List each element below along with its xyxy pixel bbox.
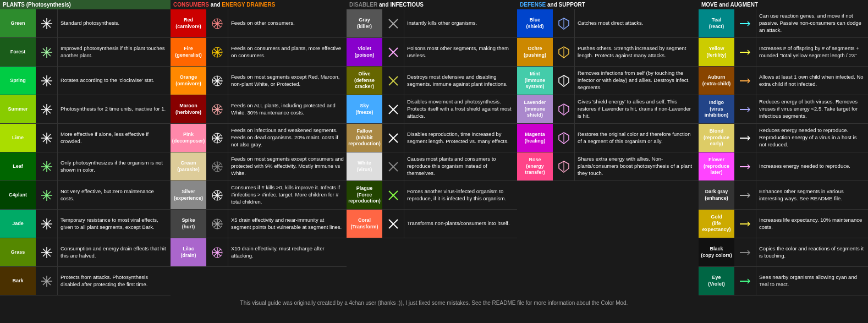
- icon-cell: [734, 238, 756, 266]
- color-name: Pink: [183, 132, 194, 138]
- color-cell: Lime: [0, 124, 36, 152]
- plants-rows: Green Standard photosynthesis.Forest Imp…: [0, 9, 171, 295]
- color-name: (fertility): [707, 52, 727, 59]
- desc-cell: Temporary resistance to most viral effec…: [58, 210, 171, 238]
- color-name: Jade: [12, 221, 24, 227]
- color-cell: Lavender(immune shield): [517, 95, 553, 123]
- consumers-rows: Red(carnivore) Feeds on other consumers.…: [171, 9, 347, 267]
- disabler-rows: Gray(killer) Instantly kills other organ…: [347, 9, 517, 238]
- consumers-header: CONSUMERS and ENERGY DRAINERS: [171, 0, 347, 9]
- color-name: Orange: [180, 74, 197, 81]
- row-item: Teal(react) Can use reaction genes, and …: [699, 9, 868, 38]
- color-name: (Transform): [350, 224, 378, 231]
- color-cell: Cream(parasite): [171, 152, 206, 180]
- icon-cell: [553, 67, 575, 95]
- color-cell: Flower(reproduce later): [699, 152, 734, 180]
- row-item: Magenta(healing) Restores the original c…: [517, 124, 699, 152]
- color-name: Flower: [708, 157, 724, 163]
- color-cell: Sky(freeze): [347, 95, 382, 123]
- color-cell: C4plant: [0, 181, 36, 209]
- row-item: Orange(omnivore) Feeds on most segments …: [171, 67, 347, 95]
- color-name: Dark gray: [705, 189, 728, 195]
- row-item: Rose(energy transfer) Shares extra energ…: [517, 152, 699, 181]
- icon-cell: [553, 124, 575, 152]
- color-name: Blue: [530, 17, 541, 24]
- desc-cell: Protects from attacks. Photosynthesis di…: [58, 267, 171, 295]
- icon-cell: [553, 95, 575, 123]
- icon-cell: [553, 38, 575, 66]
- desc-cell: Feeds on most segments except consumers …: [228, 152, 347, 180]
- row-item: Plague(Force reproduction) Forces anothe…: [347, 181, 517, 210]
- color-cell: Fallow(Inhibit reproduction): [347, 124, 382, 152]
- row-item: Yellow(fertility) Increases # of offspri…: [699, 38, 868, 67]
- color-name: Grass: [11, 249, 25, 256]
- disabler-header-and: and: [379, 2, 391, 8]
- desc-cell: Only photosynthesizes if the organism is…: [58, 152, 171, 180]
- color-name: Lime: [12, 135, 24, 141]
- color-name: (healing): [525, 138, 546, 145]
- desc-cell: Disables movement and photosynthesis. Pr…: [404, 95, 517, 123]
- row-item: Gray(killer) Instantly kills other organ…: [347, 9, 517, 38]
- color-cell: Indigo(virus inhibition): [699, 95, 734, 123]
- color-cell: Yellow(fertility): [699, 38, 734, 66]
- consumers-header-red: CONSUMERS: [173, 2, 209, 8]
- color-cell: Grass: [0, 238, 36, 266]
- icon-cell: [206, 238, 228, 266]
- color-name: Magenta: [525, 132, 545, 138]
- row-item: Fire(generalist) Feeds on consumers and …: [171, 38, 347, 67]
- row-item: Maroon(herbivore) Feeds on ALL plants, i…: [171, 95, 347, 124]
- row-item: Forest Improved photosynthesis if this p…: [0, 38, 171, 67]
- icon-cell: [382, 124, 404, 152]
- color-name: Mint: [530, 71, 540, 78]
- defense-header: DEFENSE and SUPPORT: [517, 0, 699, 9]
- color-name: (defense cracker): [348, 78, 381, 90]
- icon-cell: [36, 267, 58, 295]
- desc-cell: Shares extra energy with allies. Non-pla…: [575, 152, 699, 180]
- color-name: (immune shield): [519, 106, 551, 119]
- desc-cell: Consumes if # kills >0, kills improve it…: [228, 181, 347, 209]
- color-name: Cream: [180, 160, 196, 167]
- row-item: Silver(experience) Consumes if # kills >…: [171, 181, 347, 210]
- color-name: (reproduce later): [700, 163, 733, 176]
- icon-cell: [553, 9, 575, 37]
- color-name: Gold: [711, 214, 722, 221]
- color-name: Ochre: [528, 46, 542, 52]
- row-item: Coral(Transform) Transforms non-plants/c…: [347, 210, 517, 238]
- row-item: Spring Rotates according to the 'clockwi…: [0, 67, 171, 95]
- row-item: Blue(shield) Catches most direct attacks…: [517, 9, 699, 38]
- color-name: Spring: [10, 78, 26, 84]
- color-name: (carnivore): [175, 24, 201, 30]
- row-item: Flower(reproduce later) Increases energy…: [699, 152, 868, 181]
- icon-cell: [382, 9, 404, 37]
- color-name: (shield): [526, 24, 543, 30]
- defense-rows: Blue(shield) Catches most direct attacks…: [517, 9, 699, 181]
- desc-cell: Allows at least 1 own child when infecte…: [756, 67, 868, 95]
- row-item: Summer Photosynthesis for 2 time units, …: [0, 95, 171, 124]
- icon-cell: [382, 152, 404, 180]
- row-item: Cream(parasite) Feeds on most segments e…: [171, 152, 347, 181]
- desc-cell: Destroys most defensive and disabling se…: [404, 67, 517, 95]
- color-cell: Plague(Force reproduction): [347, 181, 382, 209]
- color-name: Spike: [182, 217, 195, 224]
- color-cell: Leaf: [0, 152, 36, 180]
- color-cell: Gold(life expectancy): [699, 210, 734, 238]
- icon-cell: [36, 9, 58, 37]
- color-name: (extra-child): [702, 81, 731, 87]
- color-name: Auburn: [708, 74, 726, 81]
- icon-cell: [206, 67, 228, 95]
- color-cell: Magenta(healing): [517, 124, 553, 152]
- color-name: (killer): [357, 24, 372, 30]
- consumers-header-and: and: [211, 2, 222, 8]
- color-name: (drain): [181, 253, 196, 259]
- color-name: Rose: [529, 157, 541, 163]
- desc-cell: Not very effective, but zero maintenance…: [58, 181, 171, 209]
- icon-cell: [36, 124, 58, 152]
- icon-cell: [206, 210, 228, 238]
- color-name: (generalist): [175, 52, 202, 59]
- section-defense: DEFENSE and SUPPORT Blue(shield) Catches…: [517, 0, 699, 295]
- color-name: (poison): [355, 52, 375, 59]
- row-item: Black(copy colors) Copies the color and …: [699, 238, 868, 267]
- icon-cell: [734, 67, 756, 95]
- desc-cell: Feeds on ALL plants, including protected…: [228, 95, 347, 123]
- row-item: Lavender(immune shield) Gives 'shield en…: [517, 95, 699, 124]
